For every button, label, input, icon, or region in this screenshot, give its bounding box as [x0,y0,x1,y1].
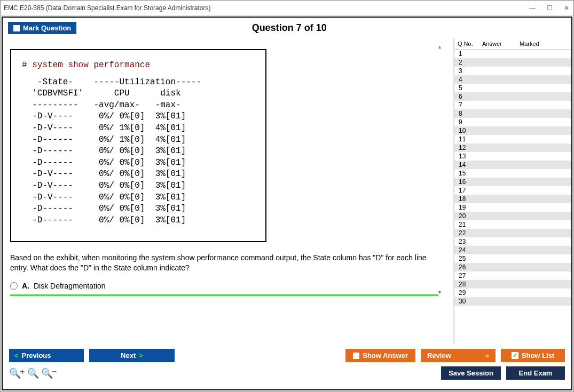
save-session-label: Save Session [449,369,493,377]
nav-row-number: 26 [454,263,479,271]
radio-icon[interactable] [10,282,18,290]
navigator-list[interactable]: 1234567891011121314151617181920212223242… [454,50,571,345]
nav-row-number: 3 [454,67,479,75]
question-text: Based on the exhibit, when monitoring th… [10,253,438,273]
nav-row-number: 21 [454,221,479,228]
window-controls: — ☐ ✕ [529,4,570,12]
nav-row[interactable]: 5 [454,84,571,92]
nav-row[interactable]: 12 [454,143,571,152]
nav-row[interactable]: 15 [454,169,571,178]
square-icon [353,353,359,359]
answer-option-a[interactable]: A. Disk Defragmentation [10,282,438,290]
zoom-out-icon[interactable]: 🔍⁻ [41,367,56,379]
nav-row-number: 17 [454,187,479,194]
answer-text: Disk Defragmentation [34,282,106,290]
nav-row[interactable]: 13 [454,152,571,161]
next-label: Next [121,351,136,359]
minimize-icon[interactable]: — [529,4,536,12]
nav-row[interactable]: 26 [454,263,571,271]
nav-row[interactable]: 14 [454,161,571,169]
zoom-controls: 🔍⁺ 🔍 🔍⁻ [9,367,56,379]
nav-row[interactable]: 8 [454,109,571,118]
nav-row[interactable]: 7 [454,101,571,109]
nav-row-number: 10 [454,127,479,134]
nav-row-number: 4 [454,76,479,83]
nav-row[interactable]: 3 [454,67,571,75]
show-list-button[interactable]: ✓ Show List [501,349,565,362]
app-window: EMC E20-585 (Data Domain Specialist Exam… [0,0,574,392]
question-scroll-arrows[interactable]: ▴ ▾ [438,43,446,296]
scroll-down-icon[interactable]: ▾ [438,289,446,295]
nav-row[interactable]: 30 [454,297,571,306]
nav-row-number: 6 [454,93,479,100]
exhibit-command: # system show performance [22,60,255,71]
nav-row-number: 20 [454,212,479,220]
nav-row-number: 18 [454,195,479,203]
zoom-in-icon[interactable]: 🔍⁺ [9,367,24,379]
footer-row-1: < Previous Next > Show Answer Review ✓ [9,349,565,362]
nav-row-number: 8 [454,110,479,117]
window-title: EMC E20-585 (Data Domain Specialist Exam… [4,4,529,12]
nav-row-number: 9 [454,118,479,126]
navigator-pane: Q No. Answer Marked 12345678910111213141… [454,38,571,345]
nav-col-marked: Marked [516,39,571,48]
nav-row[interactable]: 11 [454,135,571,143]
nav-row-number: 5 [454,84,479,92]
nav-row-number: 14 [454,161,479,169]
exhibit-body: -State- -----Utilization----- 'CDBVMSFI'… [22,77,201,225]
nav-row[interactable]: 6 [454,92,571,101]
nav-row[interactable]: 20 [454,212,571,220]
end-exam-label: End Exam [519,369,553,377]
nav-row-number: 2 [454,59,479,66]
nav-row[interactable]: 16 [454,178,571,186]
nav-row[interactable]: 17 [454,186,571,195]
next-button[interactable]: Next > [89,349,175,362]
nav-row[interactable]: 1 [454,50,571,58]
nav-col-answer: Answer [479,39,516,48]
nav-row-number: 30 [454,298,479,305]
nav-row[interactable]: 22 [454,229,571,237]
close-icon[interactable]: ✕ [563,4,570,12]
content-frame: Mark Question Question 7 of 10 # system … [2,17,572,390]
maximize-icon[interactable]: ☐ [546,4,553,12]
scroll-up-icon[interactable]: ▴ [438,44,446,50]
nav-row-number: 13 [454,153,479,160]
nav-row[interactable]: 28 [454,280,571,289]
answer-letter: A. [22,282,29,290]
check-icon: ✓ [512,352,518,359]
nav-row[interactable]: 2 [454,58,571,67]
nav-row[interactable]: 29 [454,289,571,297]
question-pane[interactable]: # system show performance -State- -----U… [3,38,454,345]
nav-row[interactable]: 23 [454,237,571,246]
nav-row[interactable]: 27 [454,271,571,280]
nav-row[interactable]: 25 [454,254,571,263]
nav-row-number: 7 [454,101,479,109]
end-exam-button[interactable]: End Exam [506,366,565,380]
chevron-left-icon: < [14,351,19,359]
nav-row-number: 15 [454,170,479,177]
nav-row-number: 12 [454,144,479,151]
review-button[interactable]: Review [421,349,496,362]
footer-row-2: 🔍⁺ 🔍 🔍⁻ Save Session End Exam [9,366,565,380]
previous-button[interactable]: < Previous [9,349,84,362]
nav-row-number: 22 [454,229,479,237]
nav-row-number: 16 [454,178,479,186]
nav-row[interactable]: 10 [454,126,571,135]
nav-row[interactable]: 18 [454,195,571,203]
header-row: Mark Question Question 7 of 10 [3,18,571,38]
nav-row-number: 24 [454,246,479,254]
nav-row[interactable]: 24 [454,246,571,254]
previous-label: Previous [22,351,51,359]
nav-row[interactable]: 19 [454,203,571,212]
nav-row[interactable]: 21 [454,220,571,229]
review-label: Review [427,351,451,359]
nav-row[interactable]: 4 [454,75,571,84]
nav-row[interactable]: 9 [454,118,571,126]
footer: < Previous Next > Show Answer Review ✓ [3,345,571,389]
zoom-reset-icon[interactable]: 🔍 [27,367,38,379]
show-answer-button[interactable]: Show Answer [345,349,415,362]
nav-row-number: 11 [454,135,479,143]
nav-row-number: 27 [454,272,479,279]
nav-row-number: 23 [454,238,479,245]
save-session-button[interactable]: Save Session [441,366,501,380]
